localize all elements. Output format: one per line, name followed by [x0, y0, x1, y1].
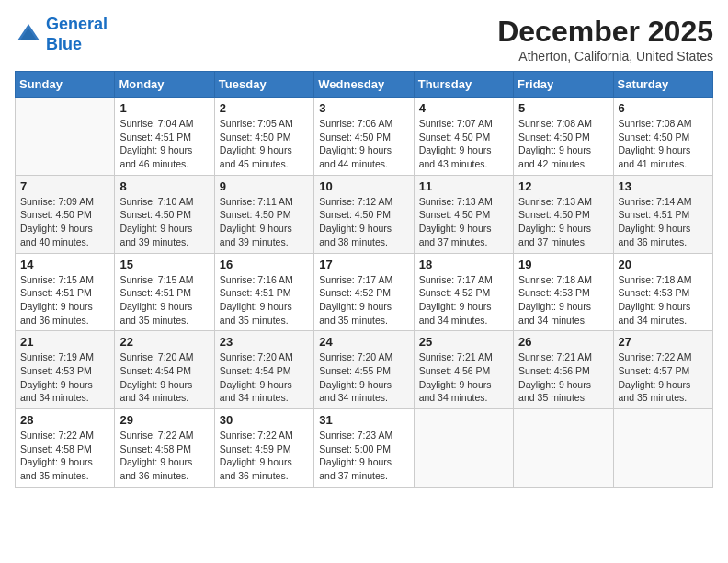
calendar-day-cell: 12Sunrise: 7:13 AM Sunset: 4:50 PM Dayli… — [514, 175, 613, 253]
day-number: 20 — [619, 258, 708, 271]
day-info: Sunrise: 7:22 AM Sunset: 4:58 PM Dayligh… — [20, 429, 109, 483]
calendar-day-header: Monday — [115, 72, 214, 98]
calendar-day-cell: 29Sunrise: 7:22 AM Sunset: 4:58 PM Dayli… — [115, 409, 214, 488]
day-info: Sunrise: 7:06 AM Sunset: 4:50 PM Dayligh… — [319, 117, 408, 171]
page-header: GeneralBlue December 2025 Atherton, Cali… — [15, 15, 713, 63]
day-number: 22 — [119, 335, 209, 349]
day-number: 21 — [20, 335, 109, 349]
calendar-day-cell: 6Sunrise: 7:08 AM Sunset: 4:50 PM Daylig… — [613, 98, 712, 176]
calendar-day-header: Saturday — [613, 72, 712, 98]
calendar-day-cell: 19Sunrise: 7:18 AM Sunset: 4:53 PM Dayli… — [514, 253, 613, 331]
calendar-day-cell: 2Sunrise: 7:05 AM Sunset: 4:50 PM Daylig… — [214, 98, 313, 176]
day-number: 27 — [619, 335, 708, 349]
day-number: 9 — [220, 179, 309, 193]
day-info: Sunrise: 7:19 AM Sunset: 4:53 PM Dayligh… — [20, 350, 109, 405]
day-info: Sunrise: 7:05 AM Sunset: 4:50 PM Dayligh… — [220, 117, 309, 171]
calendar-day-cell: 20Sunrise: 7:18 AM Sunset: 4:53 PM Dayli… — [613, 253, 712, 331]
day-number: 12 — [518, 179, 608, 193]
day-info: Sunrise: 7:20 AM Sunset: 4:54 PM Dayligh… — [119, 350, 209, 405]
calendar-day-cell: 10Sunrise: 7:12 AM Sunset: 4:50 PM Dayli… — [314, 175, 414, 253]
day-info: Sunrise: 7:22 AM Sunset: 4:59 PM Dayligh… — [220, 429, 309, 483]
calendar-day-cell: 21Sunrise: 7:19 AM Sunset: 4:53 PM Dayli… — [16, 331, 115, 409]
day-info: Sunrise: 7:20 AM Sunset: 4:55 PM Dayligh… — [319, 350, 408, 405]
calendar-day-header: Friday — [514, 72, 613, 98]
day-info: Sunrise: 7:22 AM Sunset: 4:58 PM Dayligh… — [119, 429, 209, 483]
calendar-header-row: SundayMondayTuesdayWednesdayThursdayFrid… — [16, 72, 713, 98]
calendar-day-cell: 7Sunrise: 7:09 AM Sunset: 4:50 PM Daylig… — [16, 175, 115, 253]
day-number: 26 — [518, 335, 608, 349]
day-number: 11 — [419, 179, 508, 193]
day-number: 4 — [419, 101, 508, 115]
calendar-day-cell — [16, 98, 115, 176]
location: Atherton, California, United States — [497, 49, 713, 63]
calendar-week-row: 21Sunrise: 7:19 AM Sunset: 4:53 PM Dayli… — [16, 331, 713, 409]
day-info: Sunrise: 7:15 AM Sunset: 4:51 PM Dayligh… — [20, 273, 109, 327]
day-number: 29 — [119, 413, 209, 427]
calendar-day-cell: 27Sunrise: 7:22 AM Sunset: 4:57 PM Dayli… — [613, 331, 712, 409]
day-number: 17 — [319, 258, 408, 271]
day-info: Sunrise: 7:13 AM Sunset: 4:50 PM Dayligh… — [419, 195, 508, 249]
logo-text: GeneralBlue — [46, 15, 108, 54]
day-info: Sunrise: 7:12 AM Sunset: 4:50 PM Dayligh… — [319, 195, 408, 249]
calendar-day-cell — [613, 409, 712, 488]
calendar-table: SundayMondayTuesdayWednesdayThursdayFrid… — [15, 71, 713, 488]
calendar-day-cell: 28Sunrise: 7:22 AM Sunset: 4:58 PM Dayli… — [16, 409, 115, 488]
day-number: 28 — [20, 413, 109, 427]
day-info: Sunrise: 7:07 AM Sunset: 4:50 PM Dayligh… — [419, 117, 508, 171]
day-number: 15 — [119, 258, 209, 271]
logo: GeneralBlue — [15, 15, 108, 54]
calendar-day-cell: 5Sunrise: 7:08 AM Sunset: 4:50 PM Daylig… — [514, 98, 613, 176]
calendar-day-cell: 24Sunrise: 7:20 AM Sunset: 4:55 PM Dayli… — [314, 331, 414, 409]
day-number: 16 — [220, 258, 309, 271]
calendar-day-cell: 4Sunrise: 7:07 AM Sunset: 4:50 PM Daylig… — [414, 98, 513, 176]
day-info: Sunrise: 7:14 AM Sunset: 4:51 PM Dayligh… — [619, 195, 708, 249]
title-area: December 2025 Atherton, California, Unit… — [497, 15, 713, 63]
day-info: Sunrise: 7:15 AM Sunset: 4:51 PM Dayligh… — [119, 273, 209, 327]
day-info: Sunrise: 7:09 AM Sunset: 4:50 PM Dayligh… — [20, 195, 109, 249]
calendar-day-cell: 16Sunrise: 7:16 AM Sunset: 4:51 PM Dayli… — [214, 253, 313, 331]
day-info: Sunrise: 7:18 AM Sunset: 4:53 PM Dayligh… — [518, 273, 608, 327]
calendar-day-cell: 8Sunrise: 7:10 AM Sunset: 4:50 PM Daylig… — [115, 175, 214, 253]
day-info: Sunrise: 7:18 AM Sunset: 4:53 PM Dayligh… — [619, 273, 708, 327]
logo-icon — [15, 21, 42, 49]
day-info: Sunrise: 7:13 AM Sunset: 4:50 PM Dayligh… — [518, 195, 608, 249]
day-number: 5 — [518, 101, 608, 115]
day-number: 31 — [319, 413, 408, 427]
day-number: 23 — [220, 335, 309, 349]
day-info: Sunrise: 7:22 AM Sunset: 4:57 PM Dayligh… — [619, 350, 708, 405]
day-info: Sunrise: 7:16 AM Sunset: 4:51 PM Dayligh… — [220, 273, 309, 327]
day-number: 7 — [20, 179, 109, 193]
day-number: 2 — [220, 101, 309, 115]
calendar-day-cell: 9Sunrise: 7:11 AM Sunset: 4:50 PM Daylig… — [214, 175, 313, 253]
day-number: 19 — [518, 258, 608, 271]
day-info: Sunrise: 7:17 AM Sunset: 4:52 PM Dayligh… — [419, 273, 508, 327]
day-info: Sunrise: 7:20 AM Sunset: 4:54 PM Dayligh… — [220, 350, 309, 405]
calendar-day-cell: 3Sunrise: 7:06 AM Sunset: 4:50 PM Daylig… — [314, 98, 414, 176]
day-number: 10 — [319, 179, 408, 193]
calendar-day-cell: 22Sunrise: 7:20 AM Sunset: 4:54 PM Dayli… — [115, 331, 214, 409]
calendar-day-cell: 15Sunrise: 7:15 AM Sunset: 4:51 PM Dayli… — [115, 253, 214, 331]
day-info: Sunrise: 7:21 AM Sunset: 4:56 PM Dayligh… — [518, 350, 608, 405]
day-info: Sunrise: 7:21 AM Sunset: 4:56 PM Dayligh… — [419, 350, 508, 405]
calendar-day-cell: 31Sunrise: 7:23 AM Sunset: 5:00 PM Dayli… — [314, 409, 414, 488]
calendar-week-row: 7Sunrise: 7:09 AM Sunset: 4:50 PM Daylig… — [16, 175, 713, 253]
day-info: Sunrise: 7:11 AM Sunset: 4:50 PM Dayligh… — [220, 195, 309, 249]
calendar-day-cell: 26Sunrise: 7:21 AM Sunset: 4:56 PM Dayli… — [514, 331, 613, 409]
day-number: 3 — [319, 101, 408, 115]
day-number: 1 — [119, 101, 209, 115]
day-number: 13 — [619, 179, 708, 193]
calendar-week-row: 28Sunrise: 7:22 AM Sunset: 4:58 PM Dayli… — [16, 409, 713, 488]
day-info: Sunrise: 7:10 AM Sunset: 4:50 PM Dayligh… — [119, 195, 209, 249]
calendar-day-header: Wednesday — [314, 72, 414, 98]
calendar-day-header: Tuesday — [214, 72, 313, 98]
day-info: Sunrise: 7:08 AM Sunset: 4:50 PM Dayligh… — [518, 117, 608, 171]
day-number: 18 — [419, 258, 508, 271]
month-title: December 2025 — [497, 15, 713, 49]
calendar-day-cell: 23Sunrise: 7:20 AM Sunset: 4:54 PM Dayli… — [214, 331, 313, 409]
calendar-day-cell: 18Sunrise: 7:17 AM Sunset: 4:52 PM Dayli… — [414, 253, 513, 331]
calendar-day-header: Sunday — [16, 72, 115, 98]
calendar-week-row: 1Sunrise: 7:04 AM Sunset: 4:51 PM Daylig… — [16, 98, 713, 176]
calendar-day-cell — [514, 409, 613, 488]
day-info: Sunrise: 7:04 AM Sunset: 4:51 PM Dayligh… — [119, 117, 209, 171]
calendar-day-cell: 14Sunrise: 7:15 AM Sunset: 4:51 PM Dayli… — [16, 253, 115, 331]
